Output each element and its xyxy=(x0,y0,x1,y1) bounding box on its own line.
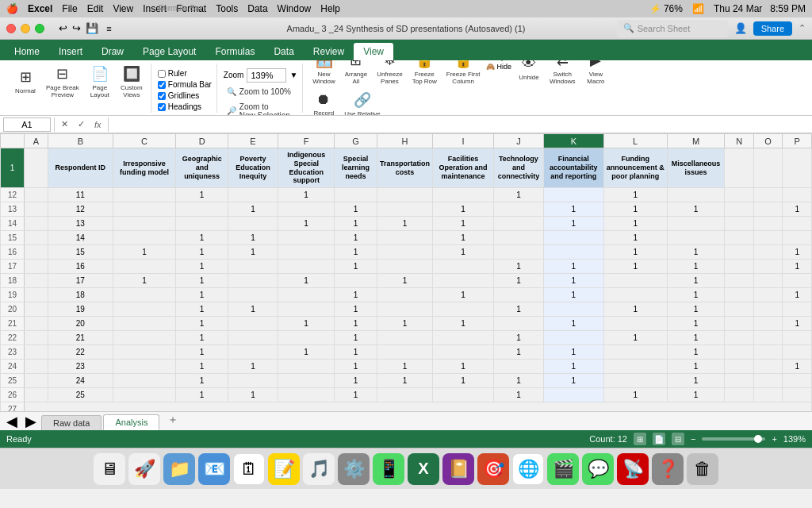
cell-1j[interactable]: Technology and connectivity xyxy=(493,148,543,188)
cell-17p[interactable]: 1 xyxy=(783,260,812,274)
cell-12f[interactable]: 1 xyxy=(278,188,335,202)
formula-bar-checkbox[interactable] xyxy=(158,81,166,89)
cell-23c[interactable] xyxy=(113,345,176,360)
cell-12d[interactable]: 1 xyxy=(176,188,228,202)
cell-1p[interactable] xyxy=(783,148,812,188)
cell-19m[interactable]: 1 xyxy=(667,288,725,302)
cell-17g[interactable]: 1 xyxy=(335,260,377,274)
cell-21p[interactable]: 1 xyxy=(783,317,812,331)
cell-1e[interactable]: Poverty Education Inequity xyxy=(228,148,278,188)
cell-13p[interactable]: 1 xyxy=(783,202,812,217)
cell-13f[interactable] xyxy=(278,202,335,217)
cell-13n[interactable] xyxy=(725,202,753,217)
cell-24g[interactable]: 1 xyxy=(335,360,377,374)
cell-20a[interactable] xyxy=(25,302,48,317)
row-num-19[interactable]: 19 xyxy=(1,288,25,302)
col-header-p[interactable]: P xyxy=(783,134,812,148)
col-header-i[interactable]: I xyxy=(432,134,493,148)
cell-20d[interactable]: 1 xyxy=(176,302,228,317)
cell-14b[interactable]: 13 xyxy=(48,217,113,231)
cell-20l[interactable]: 1 xyxy=(603,302,667,317)
cell-19e[interactable] xyxy=(228,288,278,302)
search-bar[interactable]: 🔍 Search Sheet xyxy=(617,20,728,37)
cell-19j[interactable] xyxy=(493,288,543,302)
gridlines-checkbox[interactable] xyxy=(158,92,166,100)
cell-24k[interactable]: 1 xyxy=(543,360,603,374)
row-num-1[interactable]: 1 xyxy=(1,148,25,188)
cell-26e[interactable]: 1 xyxy=(228,388,278,402)
dock-finder[interactable]: 🖥 xyxy=(94,453,125,485)
cell-22n[interactable] xyxy=(725,331,753,345)
cell-25g[interactable]: 1 xyxy=(335,374,377,388)
cell-25a[interactable] xyxy=(25,374,48,388)
cell-25n[interactable] xyxy=(725,374,753,388)
cell-21m[interactable]: 1 xyxy=(667,317,725,331)
cell-16k[interactable] xyxy=(543,245,603,260)
cell-26i[interactable] xyxy=(432,388,493,402)
col-header-k[interactable]: K xyxy=(543,134,603,148)
cell-18n[interactable] xyxy=(725,274,753,288)
col-header-l[interactable]: L xyxy=(603,134,667,148)
custom-views-button[interactable]: 🔲 CustomViews xyxy=(117,64,146,100)
cell-20j[interactable]: 1 xyxy=(493,302,543,317)
cell-16o[interactable] xyxy=(753,245,782,260)
cell-26m[interactable]: 1 xyxy=(667,388,725,402)
cell-22c[interactable] xyxy=(113,331,176,345)
use-relative-refs-button[interactable]: 🔗 Use RelativeReferences xyxy=(341,90,383,117)
cell-12l[interactable]: 1 xyxy=(603,188,667,202)
cell-21d[interactable]: 1 xyxy=(176,317,228,331)
cell-25j[interactable]: 1 xyxy=(493,374,543,388)
cell-22h[interactable] xyxy=(377,331,432,345)
cell-19p[interactable]: 1 xyxy=(783,288,812,302)
cell-13e[interactable]: 1 xyxy=(228,202,278,217)
headings-checkbox[interactable] xyxy=(158,103,166,111)
cell-18d[interactable]: 1 xyxy=(176,274,228,288)
cell-13g[interactable]: 1 xyxy=(335,202,377,217)
cell-reference-input[interactable] xyxy=(3,117,51,132)
cell-19c[interactable] xyxy=(113,288,176,302)
cell-20e[interactable]: 1 xyxy=(228,302,278,317)
cell-20k[interactable] xyxy=(543,302,603,317)
cell-16l[interactable]: 1 xyxy=(603,245,667,260)
cell-23d[interactable]: 1 xyxy=(176,345,228,360)
cell-12p[interactable] xyxy=(783,188,812,202)
cell-22i[interactable] xyxy=(432,331,493,345)
dock-acrobat[interactable]: 📡 xyxy=(617,453,649,485)
dock-phone[interactable]: 📱 xyxy=(373,453,404,485)
cell-16i[interactable]: 1 xyxy=(432,245,493,260)
row-num-23[interactable]: 23 xyxy=(1,345,25,360)
cell-19d[interactable]: 1 xyxy=(176,288,228,302)
tab-formulas[interactable]: Formulas xyxy=(205,43,264,60)
cell-20m[interactable]: 1 xyxy=(667,302,725,317)
col-header-c[interactable]: C xyxy=(113,134,176,148)
scroll-sheets-right[interactable]: ▶ xyxy=(22,413,40,430)
row-num-27[interactable]: 27 xyxy=(1,402,25,412)
app-name[interactable]: Excel xyxy=(28,3,52,14)
cell-18k[interactable]: 1 xyxy=(543,274,603,288)
cell-26a[interactable] xyxy=(25,388,48,402)
cell-23m[interactable]: 1 xyxy=(667,345,725,360)
cell-21a[interactable] xyxy=(25,317,48,331)
cell-16g[interactable]: 1 xyxy=(335,245,377,260)
cell-16a[interactable] xyxy=(25,245,48,260)
cell-14p[interactable] xyxy=(783,217,812,231)
cell-18l[interactable] xyxy=(603,274,667,288)
cell-14i[interactable]: 1 xyxy=(432,217,493,231)
close-button[interactable] xyxy=(6,24,16,33)
cell-21g[interactable]: 1 xyxy=(335,317,377,331)
cell-14d[interactable] xyxy=(176,217,228,231)
cell-12a[interactable] xyxy=(25,188,48,202)
row-num-15[interactable]: 15 xyxy=(1,231,25,245)
cell-23i[interactable] xyxy=(432,345,493,360)
dock-powerpoint[interactable]: 🎯 xyxy=(477,453,509,485)
cell-26h[interactable] xyxy=(377,388,432,402)
cell-22p[interactable] xyxy=(783,331,812,345)
cell-21n[interactable] xyxy=(725,317,753,331)
dock-launchpad[interactable]: 🚀 xyxy=(128,453,160,485)
cell-24i[interactable]: 1 xyxy=(432,360,493,374)
cell-17k[interactable]: 1 xyxy=(543,260,603,274)
cell-23g[interactable]: 1 xyxy=(335,345,377,360)
row-num-25[interactable]: 25 xyxy=(1,374,25,388)
cell-21c[interactable] xyxy=(113,317,176,331)
cell-14e[interactable] xyxy=(228,217,278,231)
